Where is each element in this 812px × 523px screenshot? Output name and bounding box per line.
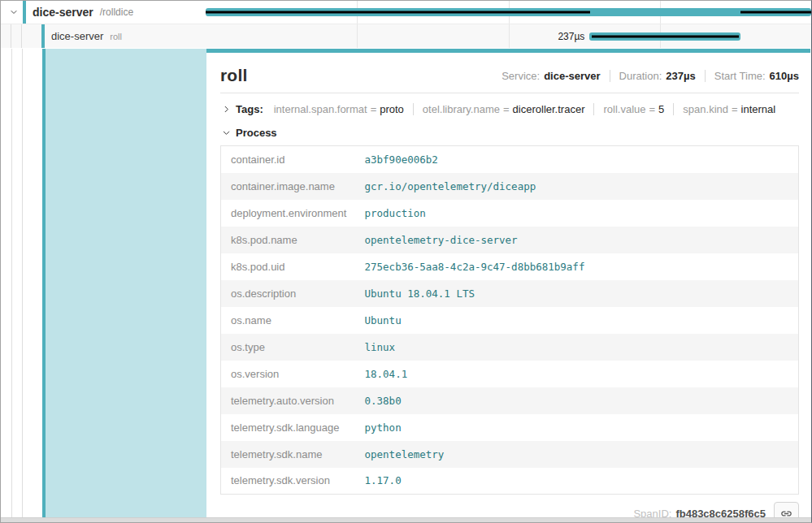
key-cell: telemetry.sdk.name — [221, 441, 355, 468]
tag-divider — [673, 103, 674, 115]
selected-span-rail — [2, 49, 206, 517]
duration-stat-label: Duration: — [619, 70, 662, 82]
tag-divider — [593, 103, 594, 115]
table-row: os.descriptionUbuntu 18.04.1 LTS — [221, 280, 799, 307]
value-cell: linux — [355, 334, 799, 361]
span-bar[interactable] — [589, 32, 740, 41]
span-color-bar — [23, 1, 26, 24]
critical-path-segment — [206, 11, 590, 14]
service-name-label: dice-server — [33, 6, 93, 19]
process-accordian-header[interactable]: Process — [220, 127, 799, 139]
process-table-body: container.ida3bf90e006b2container.image.… — [221, 146, 799, 495]
service-stat-label: Service: — [502, 70, 540, 82]
duration-label: 237µs — [558, 31, 584, 42]
key-cell: k8s.pod.uid — [221, 253, 355, 280]
service-name-label: dice-server — [51, 30, 103, 42]
timeline-gridline — [509, 24, 510, 48]
value-cell: opentelemetry — [355, 441, 799, 468]
indent-guide — [2, 49, 12, 517]
value-cell: Ubuntu — [355, 307, 799, 334]
timeline-track[interactable] — [206, 1, 811, 24]
selected-span-highlight — [46, 49, 206, 517]
tag-item: span.kind=internal — [683, 103, 775, 115]
value-cell: python — [355, 414, 799, 441]
tag-key: span.kind — [683, 103, 728, 115]
process-label: Process — [236, 127, 277, 139]
tag-value: proto — [380, 103, 404, 115]
process-key-value-table: container.ida3bf90e006b2container.image.… — [220, 145, 799, 495]
starttime-stat-value: 610µs — [770, 70, 799, 82]
table-row: k8s.pod.uid275ecb36-5aa8-4c2a-9c47-d8bb6… — [221, 253, 799, 280]
key-cell: os.version — [221, 361, 355, 387]
table-row: os.typelinux — [221, 334, 799, 361]
duration-stat-value: 237µs — [666, 70, 695, 82]
stat-divider — [705, 70, 706, 82]
span-detail-panel: roll Service: dice-server Duration: 237µ… — [206, 49, 810, 517]
stat-divider — [610, 70, 610, 82]
tag-key: internal.span.format — [274, 103, 367, 115]
span-name-cell[interactable]: dice-server roll — [1, 24, 206, 48]
chevron-right-icon[interactable] — [220, 104, 232, 115]
span-stats: Service: dice-server Duration: 237µs Sta… — [502, 70, 799, 82]
span-color-bar — [41, 24, 45, 48]
span-detail-header: roll Service: dice-server Duration: 237µ… — [220, 66, 799, 85]
value-cell: opentelemetry-dice-server — [355, 227, 799, 253]
key-cell: os.type — [221, 334, 355, 361]
value-cell: a3bf90e006b2 — [355, 146, 799, 173]
table-row: os.version18.04.1 — [221, 361, 799, 387]
tag-value: 5 — [658, 103, 664, 115]
trace-detail-page: dice-server /rolldice dice-server roll 2… — [0, 0, 812, 523]
tag-key: roll.value — [603, 103, 645, 115]
tag-value: diceroller.tracer — [513, 103, 585, 115]
table-row: telemetry.sdk.nameopentelemetry — [221, 441, 799, 468]
indent-spacer — [22, 24, 41, 48]
table-row: telemetry.auto.version0.38b0 — [221, 387, 799, 414]
table-row: telemetry.sdk.languagepython — [221, 414, 799, 441]
tag-value: internal — [741, 103, 776, 115]
tag-item: internal.span.format=proto — [274, 103, 404, 115]
tag-equals: = — [732, 103, 738, 115]
tag-item: otel.library.name=diceroller.tracer — [423, 103, 585, 115]
table-row: container.image.namegcr.io/opentelemetry… — [221, 173, 799, 200]
span-bar[interactable] — [206, 8, 811, 16]
tags-accordian-header[interactable]: Tags: internal.span.format=protootel.lib… — [220, 103, 799, 115]
value-cell: 1.17.0 — [355, 468, 799, 495]
table-row: k8s.pod.nameopentelemetry-dice-server — [221, 227, 799, 253]
indent-guide — [12, 49, 23, 517]
key-cell: container.id — [221, 146, 355, 173]
key-cell: os.name — [221, 307, 355, 334]
span-title: roll — [220, 66, 247, 85]
key-cell: deployment.environment — [221, 200, 355, 227]
table-row: telemetry.sdk.version1.17.0 — [221, 468, 799, 495]
key-cell: telemetry.sdk.version — [221, 468, 355, 495]
value-cell: 18.04.1 — [355, 361, 799, 387]
tag-divider — [413, 103, 414, 115]
value-cell: 275ecb36-5aa8-4c2a-9c47-d8bb681b9aff — [355, 253, 799, 280]
indent-guide — [11, 24, 22, 48]
collapse-chevron-icon[interactable] — [6, 5, 21, 20]
key-cell: telemetry.sdk.language — [221, 414, 355, 441]
chevron-down-icon[interactable] — [220, 128, 232, 139]
tag-equals: = — [649, 103, 656, 115]
key-cell: k8s.pod.name — [221, 227, 355, 253]
timeline-gridline — [357, 24, 358, 48]
span-detail-region: roll Service: dice-server Duration: 237µ… — [2, 49, 810, 517]
span-name-cell[interactable]: dice-server /rolldice — [1, 1, 206, 24]
value-cell: 0.38b0 — [355, 387, 799, 414]
critical-path-segment — [740, 11, 811, 14]
key-cell: os.description — [221, 280, 355, 307]
starttime-stat-label: Start Time: — [714, 70, 766, 82]
span-row-rolldice[interactable]: dice-server /rolldice — [1, 1, 811, 24]
operation-name-label: /rolldice — [100, 6, 133, 18]
timeline-track[interactable]: 237µs — [206, 24, 811, 48]
tags-label: Tags: — [236, 103, 263, 115]
tags-summary: internal.span.format=protootel.library.n… — [274, 103, 776, 115]
value-cell: Ubuntu 18.04.1 LTS — [355, 280, 799, 307]
indent-guide — [1, 24, 11, 48]
value-cell: gcr.io/opentelemetry/diceapp — [355, 173, 799, 200]
operation-name-label: roll — [110, 32, 122, 41]
span-row-roll[interactable]: dice-server roll 237µs — [1, 24, 811, 48]
table-row: os.nameUbuntu — [221, 307, 799, 334]
tag-equals: = — [503, 103, 510, 115]
horizontal-scrollbar[interactable] — [1, 517, 811, 522]
